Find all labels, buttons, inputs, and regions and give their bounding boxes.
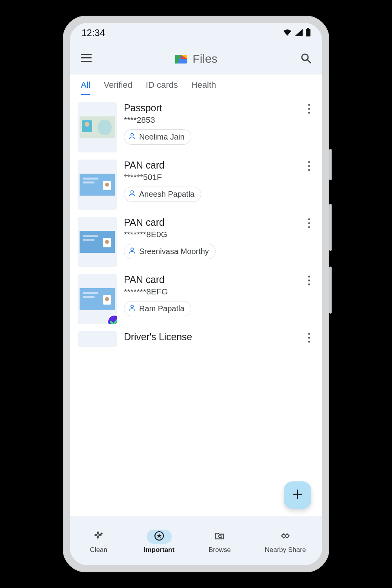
app-bar: Files	[70, 43, 322, 74]
search-button[interactable]	[298, 51, 314, 67]
owner-name: Neelima Jain	[139, 132, 185, 142]
nav-clean[interactable]: Clean	[86, 530, 111, 554]
cellular-icon	[295, 29, 303, 37]
doc-thumbnail	[78, 217, 117, 267]
nav-nearby-share[interactable]: Nearby Share	[265, 530, 306, 554]
svg-point-18	[131, 191, 134, 193]
owner-name: Aneesh Papatla	[139, 190, 194, 199]
svg-line-7	[307, 60, 310, 63]
doc-thumbnail	[78, 160, 117, 210]
svg-rect-0	[306, 29, 310, 36]
side-button	[329, 204, 332, 251]
side-button	[329, 149, 332, 180]
svg-point-27	[105, 297, 109, 301]
status-bar: 12:34	[70, 23, 322, 43]
person-icon	[128, 304, 136, 314]
person-icon	[128, 132, 136, 142]
hamburger-icon	[81, 54, 92, 64]
filter-tabs: All Verified ID cards Health	[70, 74, 322, 95]
app-title: Files	[192, 52, 217, 65]
svg-rect-22	[83, 235, 98, 237]
svg-point-11	[98, 120, 112, 135]
side-button	[329, 267, 332, 314]
tab-verified[interactable]: Verified	[103, 80, 132, 95]
sparkle-icon	[94, 531, 104, 543]
more-vert-icon	[308, 104, 310, 152]
menu-button[interactable]	[78, 51, 94, 67]
more-vert-icon	[308, 276, 310, 324]
more-button[interactable]	[303, 274, 314, 324]
list-item[interactable]: PAN card *******8E0G Sreenivasa Moorthy	[70, 210, 322, 267]
tab-health[interactable]: Health	[191, 80, 216, 95]
svg-line-35	[221, 537, 222, 538]
status-time: 12:34	[82, 27, 105, 38]
doc-thumbnail	[78, 102, 117, 152]
nav-important[interactable]: Important	[144, 530, 174, 554]
more-button[interactable]	[303, 160, 314, 210]
owner-chip[interactable]: Neelima Jain	[124, 129, 191, 145]
more-button[interactable]	[303, 331, 314, 347]
svg-point-30	[131, 305, 134, 308]
doc-title: PAN card	[124, 160, 296, 171]
more-vert-icon	[308, 218, 310, 267]
svg-rect-1	[307, 28, 309, 29]
svg-rect-29	[83, 296, 94, 298]
owner-chip[interactable]: Aneesh Papatla	[124, 187, 201, 202]
more-button[interactable]	[303, 217, 314, 267]
svg-rect-23	[83, 239, 94, 241]
files-logo-icon	[174, 53, 188, 64]
doc-title: Passport	[124, 102, 296, 114]
doc-thumbnail	[78, 331, 117, 347]
add-button[interactable]	[284, 481, 311, 509]
wifi-icon	[283, 29, 292, 37]
owner-name: Ram Papatla	[139, 304, 185, 313]
verified-badge-icon	[108, 316, 117, 324]
list-item[interactable]: PAN card ******501F Aneesh Papatla	[70, 152, 322, 210]
doc-title: PAN card	[124, 274, 296, 285]
doc-title: PAN card	[124, 217, 296, 228]
tab-all[interactable]: All	[81, 80, 90, 95]
svg-rect-4	[81, 61, 92, 62]
person-icon	[128, 189, 136, 199]
nav-label: Clean	[90, 546, 107, 554]
nav-label: Browse	[209, 546, 231, 554]
star-circle-icon	[154, 531, 164, 543]
svg-point-12	[131, 133, 134, 136]
person-icon	[128, 247, 136, 256]
svg-rect-16	[83, 178, 98, 180]
doc-number: *******8EFG	[124, 287, 296, 296]
doc-title: Driver's License	[124, 331, 296, 343]
phone-frame: 12:34	[63, 16, 329, 572]
nav-browse[interactable]: Browse	[207, 530, 232, 554]
bottom-nav: Clean Important Browse Nearby Share	[70, 516, 322, 565]
doc-number: *******8E0G	[124, 230, 296, 239]
nav-label: Nearby Share	[265, 546, 306, 554]
nearby-share-icon	[280, 531, 290, 543]
svg-point-24	[131, 248, 134, 250]
svg-rect-28	[83, 292, 98, 294]
doc-thumbnail	[78, 274, 117, 324]
svg-point-10	[85, 122, 89, 127]
list-item[interactable]: PAN card *******8EFG Ram Papatla	[70, 267, 322, 324]
nav-label: Important	[144, 546, 174, 554]
tab-id-cards[interactable]: ID cards	[146, 80, 178, 95]
doc-number: ****2853	[124, 115, 296, 125]
plus-icon	[292, 489, 303, 501]
more-vert-icon	[308, 161, 310, 210]
more-button[interactable]	[303, 102, 314, 152]
list-item[interactable]: Driver's License	[70, 324, 322, 347]
search-icon	[300, 53, 311, 65]
svg-rect-17	[83, 181, 94, 183]
owner-chip[interactable]: Sreenivasa Moorthy	[124, 244, 216, 259]
owner-chip[interactable]: Ram Papatla	[124, 301, 191, 316]
folder-search-icon	[214, 531, 225, 543]
document-list[interactable]: Passport ****2853 Neelima Jain	[70, 95, 322, 516]
doc-number: ******501F	[124, 172, 296, 182]
svg-rect-2	[81, 54, 92, 55]
svg-point-21	[105, 240, 109, 244]
list-item[interactable]: Passport ****2853 Neelima Jain	[70, 95, 322, 152]
svg-point-15	[105, 183, 109, 187]
svg-rect-3	[81, 57, 92, 58]
more-vert-icon	[308, 333, 310, 347]
battery-icon	[306, 28, 310, 38]
